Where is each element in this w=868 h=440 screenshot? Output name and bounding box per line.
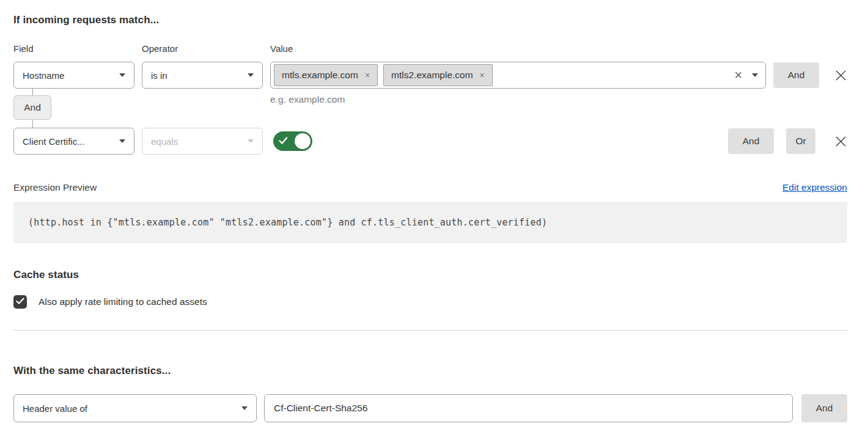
chevron-down-icon [752,73,758,77]
rate-limit-rule-form: If incoming requests match... Field Oper… [0,0,861,422]
field-select[interactable]: Hostname [13,62,134,89]
multiselect-controls: ✕ [734,70,758,81]
value-label: Value [270,43,293,54]
connector-row: And e.g. example.com [13,89,847,128]
field-select-value: Client Certific... [23,136,119,147]
connector-wrap: And [13,89,51,128]
condition-labels-row: Field Operator Value [13,43,847,54]
condition-connector-button[interactable]: And [13,95,51,120]
operator-label: Operator [142,43,263,54]
condition-row-1: Hostname is in mtls.example.com × mtls2.… [13,62,847,89]
connector-cell: And [13,89,270,128]
add-characteristic-button[interactable]: And [801,394,847,422]
remove-tag-icon[interactable]: × [365,71,370,79]
characteristic-select[interactable]: Header value of [13,394,257,422]
operator-select[interactable]: is in [142,62,263,89]
cached-assets-checkbox[interactable] [13,295,27,309]
add-and-condition-button[interactable]: And [773,62,819,88]
match-heading: If incoming requests match... [13,14,847,26]
toggle-knob [295,133,311,149]
header-name-input[interactable] [264,394,793,422]
close-icon [834,69,847,82]
expression-preview-label: Expression Preview [13,182,97,193]
characteristics-row: Header value of And [13,394,847,422]
value-multiselect[interactable]: mtls.example.com × mtls2.example.com × ✕ [270,62,766,89]
value-tag: mtls.example.com × [274,64,378,86]
value-helper-text: e.g. example.com [270,94,345,128]
remove-condition-button[interactable] [834,68,847,82]
cache-status-heading: Cache status [13,269,847,281]
value-tag-label: mtls.example.com [282,70,358,81]
check-icon [279,137,288,147]
value-tag: mtls2.example.com × [383,64,493,86]
chevron-down-icon [248,139,254,143]
chevron-down-icon [241,406,248,410]
chevron-down-icon [119,73,125,77]
operator-select-disabled: equals [142,128,263,155]
value-tag-label: mtls2.example.com [391,70,473,81]
chevron-down-icon [248,73,254,77]
clear-values-icon[interactable]: ✕ [734,70,743,81]
chevron-down-icon [119,139,125,143]
remove-condition-button[interactable] [834,134,847,148]
operator-select-value: is in [151,70,248,81]
add-or-condition-button[interactable]: Or [786,128,815,154]
field-select-value: Hostname [23,70,119,81]
connector-line [32,120,33,128]
remove-tag-icon[interactable]: × [480,71,485,79]
expression-code-block: (http.host in {"mtls.example.com" "mtls2… [13,202,847,243]
check-icon [16,298,24,307]
operator-placeholder: equals [151,136,248,147]
connector-line [32,89,33,95]
field-select[interactable]: Client Certific... [13,128,134,155]
cached-assets-checkbox-label: Also apply rate limiting to cached asset… [39,296,207,307]
cert-verified-toggle[interactable] [273,131,312,151]
cache-checkbox-row: Also apply rate limiting to cached asset… [13,295,847,309]
field-label: Field [13,43,134,54]
characteristic-select-value: Header value of [23,403,241,414]
edit-expression-link[interactable]: Edit expression [782,182,847,193]
add-and-condition-button[interactable]: And [728,128,774,154]
close-icon [834,135,847,148]
condition-row-2: Client Certific... equals And Or [13,128,847,155]
characteristics-heading: With the same characteristics... [13,365,847,377]
expression-preview-header: Expression Preview Edit expression [13,182,847,193]
section-divider [13,330,847,331]
